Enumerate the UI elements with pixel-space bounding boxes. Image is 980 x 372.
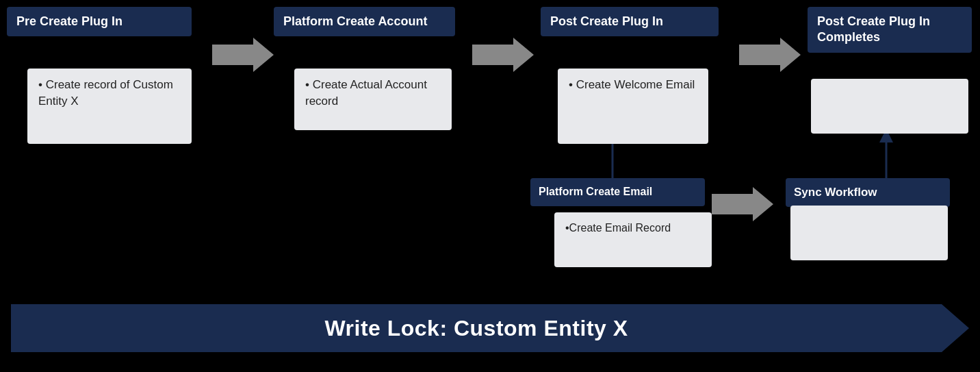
- arrow1: [212, 38, 274, 72]
- sync-workflow-content: [790, 206, 948, 260]
- platform-create-account-content: • Create Actual Account record: [294, 69, 452, 130]
- sync-workflow-header: Sync Workflow: [786, 178, 950, 207]
- pre-create-plugin-content: • Create record of Custom Entity X: [27, 69, 192, 144]
- platform-create-email-header: Platform Create Email: [530, 178, 705, 206]
- diagram: Pre Create Plug In • Create record of Cu…: [0, 0, 980, 372]
- arrow4: [712, 187, 773, 221]
- post-create-completes-content: [811, 79, 968, 134]
- post-create-completes-header: Post Create Plug In Completes: [808, 7, 972, 53]
- pre-create-plugin-header: Pre Create Plug In: [7, 7, 192, 36]
- platform-create-email-content: •Create Email Record: [554, 212, 712, 267]
- write-lock-container: Write Lock: Custom Entity X: [7, 303, 973, 353]
- post-create-plugin-content: • Create Welcome Email: [558, 69, 708, 144]
- write-lock-label: Write Lock: Custom Entity X: [324, 316, 655, 341]
- post-create-plugin-header: Post Create Plug In: [541, 7, 719, 36]
- platform-create-account-header: Platform Create Account: [274, 7, 455, 36]
- arrow2: [472, 38, 534, 72]
- write-lock-arrow: Write Lock: Custom Entity X: [11, 304, 969, 352]
- arrow3: [739, 38, 801, 72]
